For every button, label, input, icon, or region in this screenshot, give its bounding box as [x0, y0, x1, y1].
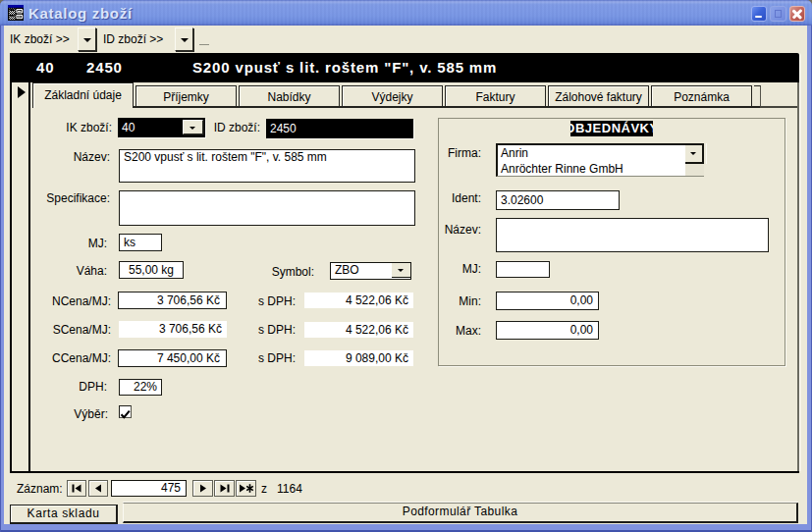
tab-7[interactable]: Poznámka: [651, 85, 752, 108]
tab-1[interactable]: Základní údaje: [32, 82, 134, 108]
firma-line1: Anrin: [498, 145, 704, 163]
obj-mj-textbox[interactable]: [496, 261, 550, 278]
tab-6[interactable]: Zálohové faktury: [548, 85, 649, 108]
check-icon: [120, 409, 131, 420]
nazev-label: Název:: [0, 151, 110, 164]
tab-2[interactable]: Příjemky: [135, 85, 237, 108]
last-record-icon: [215, 481, 234, 496]
header-id-value: 2450: [86, 53, 123, 82]
max-textbox[interactable]: 0,00: [496, 321, 599, 340]
titlebar[interactable]: Katalog zboží: [0, 0, 812, 26]
app-window: Katalog zboží IK zboží >> ID zboží >> 40…: [0, 0, 812, 532]
min-textbox[interactable]: 0,00: [496, 292, 599, 310]
id-filter-label: ID zboží >>: [103, 32, 163, 46]
maximize-button[interactable]: [770, 6, 786, 23]
record-nav-label: Záznam:: [17, 483, 63, 496]
dph-label: DPH:: [0, 381, 107, 394]
first-record-icon: [68, 481, 85, 496]
karta-skladu-button[interactable]: Karta skladu: [10, 505, 118, 524]
nav-first-button[interactable]: [67, 480, 86, 497]
maximize-icon: [775, 10, 783, 18]
tab-stub: [754, 85, 761, 108]
window-client-area: IK zboží >> ID zboží >> 40 2450 S200 vpu…: [4, 26, 807, 524]
firma-line2: Anröchter Rinne GmbH: [498, 163, 704, 176]
header-ik-value: 40: [36, 53, 54, 82]
chevron-down-icon: [83, 38, 91, 42]
tab-3[interactable]: Nabídky: [239, 85, 340, 108]
screenshot-stage: Katalog zboží IK zboží >> ID zboží >> 40…: [0, 0, 812, 532]
next-record-icon: [193, 481, 212, 496]
window-title: Katalog zboží: [28, 5, 133, 22]
ncena-sdph-label: s DPH:: [168, 295, 296, 308]
mj-label: MJ:: [0, 238, 107, 250]
ik-filter-dropdown-button[interactable]: [78, 27, 96, 51]
firma-under-button-area: [685, 164, 704, 176]
vaha-label: Váha:: [0, 265, 107, 278]
new-record-icon: [237, 481, 255, 496]
nav-prev-button[interactable]: [88, 480, 108, 497]
previous-record-icon: [89, 481, 107, 496]
ccena-label: CCena/MJ:: [0, 352, 111, 365]
minimize-button[interactable]: [751, 6, 768, 23]
firma-label: Firma:: [353, 147, 481, 160]
chevron-down-icon: [181, 38, 189, 42]
obj-nazev-textbox[interactable]: [496, 218, 769, 252]
nav-last-button[interactable]: [214, 480, 235, 497]
access-form-icon: [8, 5, 24, 21]
chevron-down-icon: [690, 152, 696, 155]
tab-baseline-right: [760, 106, 797, 108]
obj-mj-label: MJ:: [353, 263, 481, 276]
record-number-input[interactable]: 475: [111, 480, 187, 497]
id-label: ID zboží:: [133, 122, 260, 134]
header-name-value: S200 vpusť s lit. roštem "F", v. 585 mm: [192, 53, 497, 82]
record-count-text: z 1164: [261, 483, 302, 496]
firma-combo-dropdown-button[interactable]: [685, 145, 702, 164]
close-button[interactable]: [789, 6, 806, 23]
max-label: Max:: [353, 325, 481, 338]
firma-combo-border: [702, 145, 704, 164]
id-filter-dropdown-button[interactable]: [175, 27, 193, 51]
mj-textbox[interactable]: ks: [119, 234, 162, 251]
objednavky-title-text: OBJEDNÁVKY: [570, 121, 653, 136]
vyber-label: Výběr:: [0, 408, 108, 421]
minimize-icon: [755, 16, 762, 19]
objednavky-title: OBJEDNÁVKY: [570, 121, 653, 136]
ik-label: IK zboží:: [0, 122, 112, 134]
tab-5[interactable]: Faktury: [445, 85, 546, 108]
nav-new-button[interactable]: [236, 480, 256, 497]
record-header-strip: 40 2450 S200 vpusť s lit. roštem "F", v.…: [10, 53, 799, 82]
tab-4[interactable]: Výdejky: [342, 85, 443, 108]
obj-nazev-label: Název:: [353, 224, 481, 237]
min-label: Min:: [353, 295, 481, 308]
ident-textbox[interactable]: 3.02600: [496, 190, 620, 210]
firma-combobox[interactable]: Anrin Anröchter Rinne GmbH: [496, 143, 704, 177]
ccena-sdph-box: 9 089,00 Kč: [304, 350, 413, 366]
firma-combo-highlight: [706, 143, 708, 164]
scena-label: SCena/MJ:: [0, 324, 111, 337]
vaha-textbox[interactable]: 55,00 kg: [119, 261, 184, 279]
podformular-tabulka-button[interactable]: Podformulář Tabulka: [123, 503, 798, 523]
tab-page-right-border: [797, 82, 799, 471]
vyber-checkbox[interactable]: [119, 405, 132, 418]
form-bottom-border: [10, 471, 799, 473]
id-textbox[interactable]: 2450: [266, 119, 413, 138]
ik-filter-label: IK zboží >>: [10, 32, 70, 46]
nav-next-button[interactable]: [192, 480, 213, 497]
tab-baseline: [133, 106, 762, 108]
toolbar-dash: [199, 44, 209, 46]
symbol-label: Symbol:: [187, 266, 314, 279]
ident-label: Ident:: [353, 192, 481, 205]
specifikace-label: Specifikace:: [0, 192, 110, 205]
dph-textbox[interactable]: 22%: [119, 379, 162, 396]
record-selector-arrow-icon: [18, 86, 26, 98]
ccena-sdph-label: s DPH:: [168, 352, 296, 365]
ncena-label: NCena/MJ:: [0, 295, 111, 308]
scena-sdph-label: s DPH:: [168, 324, 296, 337]
